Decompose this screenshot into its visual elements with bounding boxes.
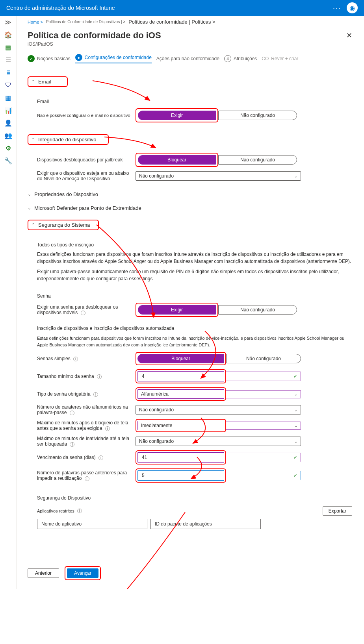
breadcrumb-home[interactable]: Home > [28,20,43,24]
jailbreak-block-option[interactable]: Bloquear [138,155,216,165]
avatar[interactable]: ◉ [347,2,358,13]
max-lock-label: Máximo de minutos após o bloqueio de tel… [37,420,136,431]
chevron-down-icon: ⌄ [294,392,297,396]
info-icon[interactable]: i [93,392,98,397]
endpoint-security-icon[interactable]: ▦ [4,94,12,102]
threat-level-select[interactable]: Não configurado ⌄ [136,171,301,181]
expiry-input[interactable] [137,452,224,463]
groups-icon[interactable]: 👥 [4,131,12,139]
min-len-label: Tamanho mínimo da senha i [37,374,136,379]
jailbreak-label: Dispositivos desbloqueados por jailbreak [37,157,136,163]
email-configure-label: Não é possível configurar o e-mail no di… [37,113,136,118]
chevron-down-icon: ⌄ [294,424,297,428]
reports-icon[interactable]: 📊 [4,106,12,114]
nonalpha-label: Número de carateres não alfanuméricos na… [37,404,136,415]
footer-buttons: Anterior Avançar [28,561,352,581]
app-title: Centro de administração do Microsoft Int… [6,5,115,11]
check-icon: ✓ [293,473,297,478]
require-pwd-notconfigured-option[interactable]: Não configurado [218,305,297,315]
step-assignments[interactable]: 4 Atribuições [224,55,257,62]
next-button[interactable]: Avançar [67,568,98,578]
info-icon[interactable]: i [73,357,78,361]
home-icon[interactable]: 🏠 [4,31,12,39]
max-inactive-select[interactable]: Não configurado ⌄ [136,437,301,446]
dashboard-icon[interactable]: ▤ [4,43,12,51]
restricted-apps-label: Aplicativos restritos i [37,509,82,514]
max-inactive-label: Máximo de minutos de inatividade até a t… [37,436,136,447]
step-basics[interactable]: ✓ Noções básicas [28,55,71,62]
all-enroll-heading: Todos os tipos de inscrição [37,242,352,248]
info-icon[interactable]: i [70,442,74,447]
check-icon: ✓ [28,55,35,62]
password-heading: Senha [37,293,352,299]
info-icon[interactable]: i [77,509,82,513]
max-lock-select[interactable]: Imediatamente [137,421,224,430]
info-icon[interactable]: i [81,311,85,315]
step-compliance-settings[interactable]: ● Configurações de conformidade [75,54,152,63]
page-title: Política de conformidade do iOS [28,30,161,41]
enroll-desc1: Estas definições funcionam para disposit… [37,251,352,265]
require-pwd-require-option[interactable]: Exigir [138,305,216,315]
wizard-steps: ✓ Noções básicas ● Configurações de conf… [28,54,352,66]
pwd-type-select[interactable]: Alfanumérica [137,389,224,399]
chevron-down-icon: ⌄ [294,408,297,412]
collapse-icon[interactable]: ≫ [4,18,12,26]
info-icon[interactable]: i [97,374,102,379]
chevron-down-icon: ⌄ [294,174,297,178]
breadcrumb: Home > Políticas de Conformidade de Disp… [28,19,352,25]
step-noncompliance[interactable]: Ações para não conformidade [156,56,219,61]
section-system-security-header[interactable]: ⌃ Segurança do Sistema [28,215,352,235]
nonalpha-select[interactable]: Não configurado ⌄ [136,405,301,415]
page-subtitle: iOS/iPadOS [28,41,161,47]
email-heading: Email [37,99,352,104]
check-icon: ✓ [293,455,297,460]
step-4-icon: 4 [224,55,231,62]
troubleshoot-icon[interactable]: 🔧 [4,157,12,165]
bundle-id-input[interactable]: ID do pacote de aplicações [150,519,261,529]
chevron-up-icon: ⌃ [32,137,35,142]
previous-button[interactable]: Anterior [28,568,59,578]
info-icon[interactable]: i [98,455,103,460]
sidebar: ≫ 🏠 ▤ ☰ 🖥 🛡 ▦ 📊 👤 👥 ⚙ 🔧 [0,16,17,589]
app-name-input[interactable]: Nome do aplicativo [37,519,147,529]
simple-pwd-notconfigured-option[interactable]: Não configurado [226,354,301,363]
all-services-icon[interactable]: ☰ [4,56,12,64]
simple-pwd-block-option[interactable]: Bloquear [137,354,224,363]
section-device-properties-header[interactable]: ⌄ Propriedades do Dispositivo [28,187,352,201]
apps-icon[interactable]: 🛡 [4,81,12,89]
step-2-icon: ● [75,54,82,61]
threat-level-label: Exigir que o dispositivo esteja em ou ab… [37,170,136,181]
prev-pwd-input[interactable] [137,470,224,481]
users-icon[interactable]: 👤 [4,119,12,127]
pwd-type-label: Tipo de senha obrigatória i [37,391,136,397]
section-defender-header[interactable]: ⌄ Microsoft Defender para Ponto de Extre… [28,201,352,215]
devices-icon[interactable]: 🖥 [4,68,12,76]
jailbreak-notconfigured-option[interactable]: Não configurado [218,155,297,165]
info-icon[interactable]: i [85,476,89,481]
chevron-down-icon: ⌄ [28,205,31,211]
email-notconfigured-option[interactable]: Não configurado [218,111,297,120]
info-icon[interactable]: i [70,411,74,415]
chevron-down-icon: ⌄ [28,192,31,197]
min-len-input[interactable] [137,371,224,381]
check-icon: ✓ [293,374,297,379]
breadcrumb-current: Políticas de conformidade | Políticas > [128,19,215,25]
device-security-heading: Segurança do Dispositivo [37,495,352,501]
tenant-admin-icon[interactable]: ⚙ [4,144,12,152]
step-review[interactable]: CO Rever + criar [262,56,298,61]
more-icon[interactable]: ··· [333,4,341,12]
top-bar: Centro de administração do Microsoft Int… [0,0,364,16]
section-device-health-header[interactable]: ⌃ Integridade do dispositivo [28,130,352,150]
info-icon[interactable]: i [105,426,110,431]
prev-pwd-label: Número de palavras-passe anteriores para… [37,470,136,481]
auto-enroll-heading: Inscrição de dispositivos e inscrição de… [37,325,352,332]
close-icon[interactable]: ✕ [346,31,352,40]
email-require-option[interactable]: Exigir [138,111,216,120]
chevron-up-icon: ⌃ [32,79,35,84]
auto-enroll-desc: Estas definições funcionam para disposit… [37,335,352,348]
breadcrumb-policies[interactable]: Políticas de Conformidade de Dispositivo… [46,20,125,24]
simple-pwd-label: Senhas simples i [37,356,136,361]
main-content: Home > Políticas de Conformidade de Disp… [17,16,363,589]
section-email-header[interactable]: ⌃ Email [28,72,352,92]
export-button[interactable]: Exportar [323,506,352,516]
